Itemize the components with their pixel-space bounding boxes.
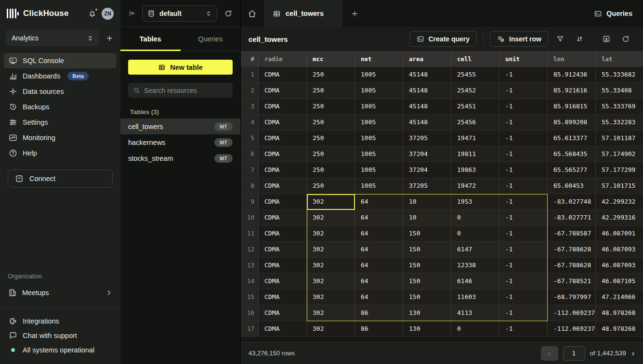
grid-cell[interactable]: 57.101715 [596,178,643,194]
grid-cell[interactable]: 65.568435 [548,146,596,162]
sidebar-item-integrations[interactable]: Integrations [4,314,117,328]
grid-cell[interactable]: 19863 [451,162,499,178]
collapse-panel-button[interactable] [127,8,137,18]
grid-cell[interactable]: 6146 [451,273,499,289]
grid-cell[interactable]: -67.788628 [548,258,596,273]
grid-cell[interactable]: 46.087093 [596,242,643,258]
grid-cell[interactable]: 45148 [403,99,451,115]
grid-cell[interactable]: 250 [307,115,355,130]
grid-cell[interactable]: 64 [355,289,403,305]
sidebar-item-settings[interactable]: Settings [4,115,117,130]
grid-cell[interactable]: 25455 [451,67,499,83]
grid-cell[interactable]: CDMA [259,289,307,305]
workspace-select[interactable]: Analytics [6,30,99,46]
grid-cell[interactable]: 302 [307,226,355,242]
grid-cell[interactable]: 0 [451,226,499,242]
grid-cell[interactable]: CDMA [259,258,307,273]
sidebar-item-sql-console[interactable]: SQL Console [4,53,117,68]
grid-cell[interactable]: 150 [403,242,451,258]
table-list-item-cell-towers[interactable]: cell_towers MT [120,118,240,134]
grid-cell[interactable]: 150 [403,289,451,305]
grid-cell[interactable]: 302 [307,321,355,337]
grid-cell[interactable]: CDMA [259,226,307,242]
grid-cell[interactable]: CDMA [259,146,307,162]
grid-cell[interactable]: CDMA [259,115,307,130]
grid-cell[interactable]: 250 [307,83,355,99]
grid-cell[interactable]: 302 [307,242,355,258]
grid-cell[interactable]: -83.027771 [548,210,596,226]
home-button[interactable] [241,0,263,27]
grid-cell[interactable]: -1 [499,242,548,258]
grid-cell[interactable]: 65.613377 [548,130,596,146]
grid-cell[interactable]: 85.916815 [548,99,596,115]
grid-cell[interactable]: 64 [355,273,403,289]
grid-cell[interactable]: 150 [403,226,451,242]
grid-cell[interactable]: 45148 [403,115,451,130]
grid-cell[interactable]: 6147 [451,242,499,258]
table-list-item-hackernews[interactable]: hackernews MT [120,134,240,150]
grid-cell[interactable]: 48.978268 [596,321,643,337]
grid-cell[interactable]: 250 [307,130,355,146]
grid-cell[interactable]: -1 [499,321,548,337]
grid-cell[interactable]: 0 [451,210,499,226]
grid-cell[interactable]: 150 [403,273,451,289]
grid-cell[interactable]: 0 [451,321,499,337]
column-header[interactable]: lat [596,51,643,67]
grid-cell[interactable]: 302 [307,289,355,305]
grid-cell[interactable]: -1 [499,210,548,226]
grid-cell[interactable]: 1005 [355,67,403,83]
grid-cell[interactable]: 37204 [403,146,451,162]
column-header[interactable]: lon [548,51,596,67]
grid-cell[interactable]: 302 [307,194,355,210]
grid-cell[interactable]: 45148 [403,83,451,99]
notifications-button[interactable] [88,9,97,18]
grid-cell[interactable]: CDMA [259,210,307,226]
grid-cell[interactable]: CDMA [259,305,307,321]
add-workspace-button[interactable] [105,33,115,43]
tab-queries[interactable]: Queries [181,27,241,51]
grid-cell[interactable]: 10 [403,194,451,210]
grid-cell[interactable]: 250 [307,162,355,178]
download-button[interactable] [597,31,616,47]
grid-cell[interactable]: 250 [307,146,355,162]
column-header[interactable]: radio [259,51,307,67]
grid-cell[interactable]: CDMA [259,321,307,337]
tab-tables[interactable]: Tables [120,27,181,51]
grid-cell[interactable]: CDMA [259,130,307,146]
grid-cell[interactable]: 64 [355,242,403,258]
grid-cell[interactable]: -112.069237 [548,305,596,321]
grid-cell[interactable]: -83.027748 [548,194,596,210]
grid-cell[interactable]: CDMA [259,178,307,194]
grid-cell[interactable]: 55.333682 [596,67,643,83]
grid-cell[interactable]: 250 [307,178,355,194]
grid-cell[interactable]: -1 [499,178,548,194]
grid-cell[interactable]: 4113 [451,305,499,321]
grid-cell[interactable]: 25456 [451,115,499,130]
grid-cell[interactable]: 85.921616 [548,83,596,99]
grid-cell[interactable]: 130 [403,305,451,321]
grid-cell[interactable]: -1 [499,194,548,210]
insert-row-button[interactable]: Insert row [490,31,549,47]
grid-cell[interactable]: 130 [403,321,451,337]
filter-button[interactable] [551,31,570,47]
grid-cell[interactable]: -1 [499,226,548,242]
grid-cell[interactable]: 57.174902 [596,146,643,162]
grid-cell[interactable]: CDMA [259,99,307,115]
database-select[interactable]: default [142,5,217,22]
grid-cell[interactable]: 1005 [355,83,403,99]
column-header[interactable]: area [403,51,451,67]
grid-cell[interactable]: 37205 [403,130,451,146]
grid-cell[interactable]: 86 [355,305,403,321]
grid-cell[interactable]: 1005 [355,115,403,130]
grid-cell[interactable]: 46.087091 [596,226,643,242]
grid-cell[interactable]: 55.333769 [596,99,643,115]
grid-cell[interactable]: -67.788521 [548,273,596,289]
refresh-table-button[interactable] [616,31,635,47]
grid-cell[interactable]: 1005 [355,146,403,162]
column-header[interactable]: unit [499,51,548,67]
grid-cell[interactable]: 11603 [451,289,499,305]
new-tab-button[interactable] [343,0,366,27]
grid-cell[interactable]: -1 [499,289,548,305]
grid-cell[interactable]: 1953 [451,194,499,210]
grid-cell[interactable]: CDMA [259,273,307,289]
